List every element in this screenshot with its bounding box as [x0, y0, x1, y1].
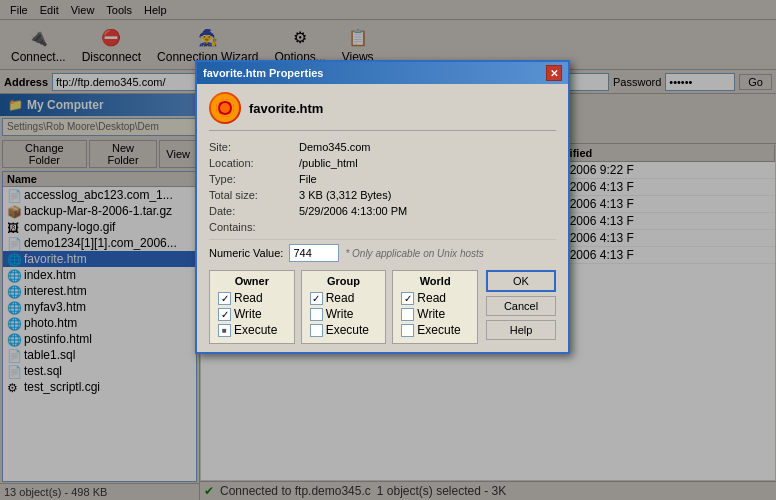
dialog-content: favorite.htm Site: Demo345.com Location:…: [197, 84, 568, 352]
numeric-label: Numeric Value:: [209, 247, 283, 259]
date-label: Date:: [209, 205, 299, 217]
group-execute-label: Execute: [326, 323, 369, 337]
contains-label: Contains:: [209, 221, 299, 233]
group-write-checkbox[interactable]: [310, 308, 323, 321]
dialog-date-row: Date: 5/29/2006 4:13:00 PM: [209, 205, 556, 217]
file-type-icon: [209, 92, 241, 124]
main-window: File Edit View Tools Help 🔌 Connect... ⛔…: [0, 0, 776, 500]
total-size-value: 3 KB (3,312 Bytes): [299, 189, 391, 201]
numeric-input[interactable]: [289, 244, 339, 262]
date-value: 5/29/2006 4:13:00 PM: [299, 205, 407, 217]
permissions-area: Owner Read Write Execute: [209, 270, 556, 344]
world-write-checkbox[interactable]: [401, 308, 414, 321]
dialog-file-header: favorite.htm: [209, 92, 556, 131]
owner-execute-label: Execute: [234, 323, 277, 337]
ok-button[interactable]: OK: [486, 270, 556, 292]
svg-point-2: [220, 103, 230, 113]
group-execute-item: Execute: [310, 323, 378, 337]
world-title: World: [401, 275, 469, 287]
owner-title: Owner: [218, 275, 286, 287]
cancel-dialog-button[interactable]: Cancel: [486, 296, 556, 316]
world-execute-checkbox[interactable]: [401, 324, 414, 337]
world-read-checkbox[interactable]: [401, 292, 414, 305]
owner-write-item: Write: [218, 307, 286, 321]
owner-execute-item: Execute: [218, 323, 286, 337]
group-read-item: Read: [310, 291, 378, 305]
numeric-row: Numeric Value: * Only applicable on Unix…: [209, 239, 556, 262]
location-label: Location:: [209, 157, 299, 169]
type-value: File: [299, 173, 317, 185]
owner-write-checkbox[interactable]: [218, 308, 231, 321]
help-button[interactable]: Help: [486, 320, 556, 340]
dialog-close-button[interactable]: ✕: [546, 65, 562, 81]
group-write-label: Write: [326, 307, 354, 321]
dialog-title: favorite.htm Properties: [203, 67, 323, 79]
site-label: Site:: [209, 141, 299, 153]
numeric-note: * Only applicable on Unix hosts: [345, 248, 483, 259]
world-read-item: Read: [401, 291, 469, 305]
world-execute-item: Execute: [401, 323, 469, 337]
group-write-item: Write: [310, 307, 378, 321]
world-write-item: Write: [401, 307, 469, 321]
owner-read-checkbox[interactable]: [218, 292, 231, 305]
dialog-site-row: Site: Demo345.com: [209, 141, 556, 153]
world-group: World Read Write Execute: [392, 270, 478, 344]
location-value: /public_html: [299, 157, 358, 169]
world-read-label: Read: [417, 291, 446, 305]
world-write-label: Write: [417, 307, 445, 321]
owner-execute-checkbox[interactable]: [218, 324, 231, 337]
type-label: Type:: [209, 173, 299, 185]
dialog-location-row: Location: /public_html: [209, 157, 556, 169]
group-group: Group Read Write Execute: [301, 270, 387, 344]
group-read-checkbox[interactable]: [310, 292, 323, 305]
world-execute-label: Execute: [417, 323, 460, 337]
permissions-groups: Owner Read Write Execute: [209, 270, 478, 344]
dialog-type-row: Type: File: [209, 173, 556, 185]
group-read-label: Read: [326, 291, 355, 305]
group-execute-checkbox[interactable]: [310, 324, 323, 337]
dialog-contains-row: Contains:: [209, 221, 556, 233]
owner-read-item: Read: [218, 291, 286, 305]
total-size-label: Total size:: [209, 189, 299, 201]
site-value: Demo345.com: [299, 141, 371, 153]
dialog-buttons: OK Cancel Help: [486, 270, 556, 340]
owner-write-label: Write: [234, 307, 262, 321]
dialog-titlebar: favorite.htm Properties ✕: [197, 62, 568, 84]
properties-dialog: favorite.htm Properties ✕ favorite.htm S…: [195, 60, 570, 354]
dialog-filename: favorite.htm: [249, 101, 323, 116]
owner-read-label: Read: [234, 291, 263, 305]
owner-group: Owner Read Write Execute: [209, 270, 295, 344]
dialog-size-row: Total size: 3 KB (3,312 Bytes): [209, 189, 556, 201]
group-title: Group: [310, 275, 378, 287]
